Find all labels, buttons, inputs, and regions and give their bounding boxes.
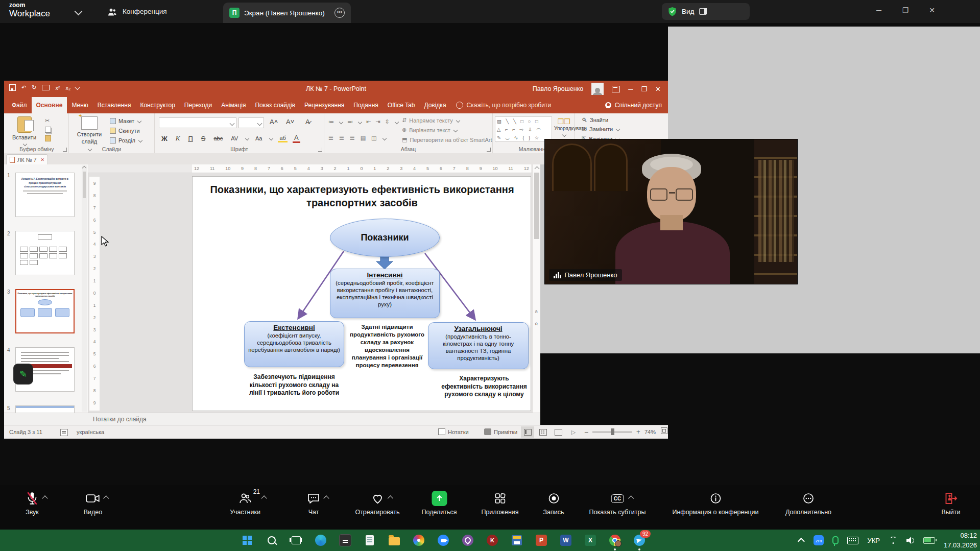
next-slide-icon[interactable]: « — [534, 320, 540, 327]
clipboard-dialog-launcher-icon[interactable] — [63, 148, 67, 152]
microphone-tray-icon[interactable] — [832, 536, 839, 544]
zoom-in-button[interactable]: + — [636, 425, 640, 439]
diagram-box-general[interactable]: Узагальнюючі (продуктивність в тонно-кіл… — [428, 322, 529, 369]
bold-button[interactable]: Ж — [160, 135, 169, 142]
notes-toggle[interactable]: Нотатки — [438, 425, 469, 439]
reading-view-button[interactable] — [552, 426, 565, 438]
copy-icon[interactable] — [45, 127, 51, 133]
thumbnail-slide-2[interactable] — [15, 231, 75, 275]
paragraph-dialog-launcher-icon[interactable] — [487, 148, 491, 152]
diagram-box-extensive[interactable]: Екстенсивні (коефіцієнт випуску, середнь… — [244, 321, 344, 367]
tab-menu[interactable]: Меню — [67, 97, 92, 113]
font-color-button[interactable]: А — [293, 134, 300, 143]
taskbar-search[interactable] — [265, 533, 279, 547]
taskbar-powerpoint[interactable] — [534, 533, 548, 547]
line-spacing-icon[interactable]: ⇳ — [385, 118, 389, 125]
participant-video-tile[interactable]: Павел Ярошенко — [545, 139, 797, 284]
cut-icon[interactable]: ✂ — [45, 117, 51, 124]
ppt-account-name[interactable]: Павло Ярошенко — [533, 85, 584, 92]
task-view-button[interactable] — [289, 533, 303, 547]
taskbar-edge[interactable] — [314, 533, 328, 547]
apps-button[interactable]: Приложения — [481, 490, 518, 516]
battery-icon[interactable] — [923, 537, 935, 544]
zoom-minimize-button[interactable]: ─ — [871, 6, 887, 14]
taskbar-zoom-app[interactable] — [436, 533, 450, 547]
chat-button[interactable]: Чат — [307, 490, 320, 516]
share-screen-button[interactable]: Поделиться — [421, 490, 457, 516]
font-size-combobox[interactable] — [238, 117, 264, 128]
zoom-tray-icon[interactable]: zm — [814, 535, 824, 545]
video-options-chevron-icon[interactable] — [103, 495, 109, 501]
increase-indent-icon[interactable]: ⇥ — [375, 118, 380, 125]
thumbnail-slide-3-selected[interactable]: Показники, що характеризують ефективніст… — [15, 289, 75, 333]
taskbar-telegram[interactable]: 92 — [632, 533, 647, 547]
arrange-button[interactable]: ❒❒ Упорядкувати — [554, 117, 573, 137]
ppt-minimize-button[interactable]: ─ — [628, 85, 633, 93]
wifi-icon[interactable] — [889, 537, 898, 544]
taskbar-media-player[interactable] — [485, 533, 499, 547]
convert-smartart-button[interactable]: ⬒Перетворити на об'єкт SmartArt — [402, 136, 498, 143]
tell-me-box[interactable]: Скажіть, що потрібно зробити — [456, 97, 552, 113]
tab-help[interactable]: Довідка — [419, 97, 450, 113]
close-document-icon[interactable]: ✕ — [40, 157, 44, 162]
zoom-slider-thumb[interactable] — [611, 428, 614, 435]
captions-chevron-icon[interactable] — [628, 495, 634, 501]
italic-button[interactable]: К — [174, 134, 182, 142]
taskbar-1c-app[interactable] — [510, 533, 524, 547]
underline-button[interactable]: П — [186, 135, 194, 142]
format-painter-icon[interactable] — [45, 135, 51, 141]
more-button[interactable]: Дополнительно — [785, 490, 831, 516]
slide-canvas[interactable]: Показники, що характеризують ефективніст… — [192, 176, 531, 411]
highlight-color-button[interactable]: аб — [278, 135, 287, 142]
section-button[interactable]: Розділ — [110, 137, 142, 143]
view-button[interactable]: Вид — [662, 3, 750, 20]
zoom-restore-button[interactable]: ❐ — [898, 6, 913, 14]
slideshow-view-button[interactable]: ▷ — [567, 426, 580, 438]
tab-office-tab[interactable]: Office Tab — [383, 97, 420, 113]
align-center-icon[interactable]: ☰ — [339, 135, 344, 141]
tab-animations[interactable]: Анімація — [217, 97, 250, 113]
diagram-bottom-right-text[interactable]: Характеризують ефективність використання… — [439, 375, 530, 399]
annotation-pencil-button[interactable]: ✎ — [13, 364, 33, 385]
thumbnail-scrollbar[interactable] — [82, 165, 87, 412]
thumbnail-slide-5[interactable] — [15, 405, 75, 413]
columns-icon[interactable]: ◫ — [371, 135, 376, 141]
paste-button[interactable]: Вставити — [12, 116, 36, 147]
taskbar-photos[interactable] — [412, 533, 426, 547]
align-left-icon[interactable]: ☰ — [328, 135, 333, 141]
tab-design[interactable]: Конструктор — [135, 97, 179, 113]
layout-button[interactable]: Макет — [110, 118, 142, 124]
share-button[interactable]: Спільний доступ — [605, 97, 662, 113]
tab-file[interactable]: Файл — [7, 97, 32, 113]
align-right-icon[interactable]: ☰ — [350, 135, 355, 141]
tab-slideshow[interactable]: Показ слайдів — [250, 97, 300, 113]
ribbon-display-options-icon[interactable] — [612, 86, 620, 92]
character-spacing-button[interactable]: AV — [229, 135, 240, 141]
reactions-chevron-icon[interactable] — [387, 495, 393, 501]
taskbar-clock[interactable]: 08:12 17.03.2026 — [944, 531, 977, 550]
font-dialog-launcher-icon[interactable] — [318, 148, 322, 152]
tab-meeting[interactable]: Конференция — [107, 0, 167, 23]
spellcheck-icon[interactable] — [60, 429, 68, 436]
tab-transitions[interactable]: Переходи — [180, 97, 217, 113]
keyboard-language[interactable]: УКР — [867, 537, 880, 544]
participants-button[interactable]: 21 Участники — [230, 490, 260, 516]
video-button[interactable]: Видео — [84, 490, 103, 516]
clear-formatting-icon[interactable]: A̷ — [304, 118, 312, 126]
diagram-ellipse-indicators[interactable]: Показники — [330, 219, 440, 257]
ppt-close-button[interactable]: ✕ — [655, 85, 661, 93]
find-button[interactable]: 🔍︎Знайти — [582, 117, 619, 123]
taskbar-file-explorer[interactable] — [387, 533, 401, 547]
ppt-restore-button[interactable]: ❐ — [641, 85, 647, 93]
taskbar-notepad[interactable] — [363, 533, 377, 547]
slide-sorter-view-button[interactable] — [536, 426, 549, 438]
change-case-button[interactable]: Aa — [254, 135, 264, 141]
volume-icon[interactable] — [906, 537, 915, 544]
thumbnail-slide-1[interactable]: Лекція №7. Експлуатаційні витрати в проц… — [15, 173, 75, 217]
touch-keyboard-icon[interactable] — [847, 537, 858, 544]
zoom-close-button[interactable]: ✕ — [924, 6, 940, 14]
start-button[interactable] — [240, 533, 254, 547]
slide-title[interactable]: Показники, що характеризують ефективніст… — [208, 183, 516, 209]
decrease-indent-icon[interactable]: ⇤ — [366, 118, 371, 125]
comments-toggle[interactable]: Примітки — [484, 425, 517, 439]
